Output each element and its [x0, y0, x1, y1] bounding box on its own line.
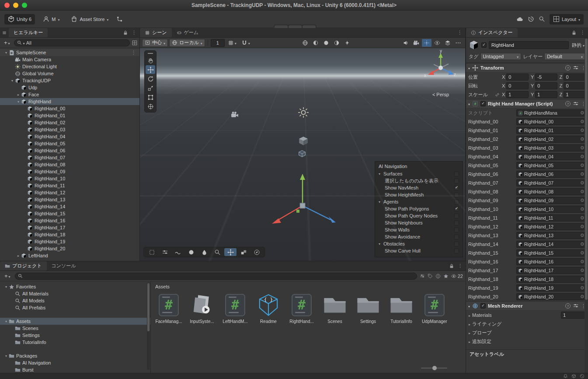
- tab-game[interactable]: ゲーム: [172, 28, 204, 37]
- property-label[interactable]: Righthand_01: [468, 128, 515, 133]
- object-field[interactable]: RightHand_07 ⊙: [516, 179, 586, 186]
- selected-object-icon[interactable]: [297, 149, 307, 159]
- scene-toolbar-button[interactable]: [321, 39, 331, 47]
- project-tree-row[interactable]: Packages: [0, 352, 150, 359]
- object-field[interactable]: RightHand_03 ⊙: [516, 144, 586, 151]
- notifications-icon[interactable]: [563, 374, 568, 379]
- overlay-handle[interactable]: [148, 53, 153, 54]
- overlay-tool-button[interactable]: [237, 248, 250, 256]
- object-field[interactable]: RightHand_12 ⊙: [516, 223, 586, 230]
- cancel-icon[interactable]: [580, 374, 585, 379]
- panel-options-icon[interactable]: [132, 30, 136, 35]
- object-picker-icon[interactable]: ⊙: [581, 268, 584, 273]
- link-scale-icon[interactable]: [495, 92, 500, 97]
- hierarchy-row[interactable]: RightHand_12: [0, 189, 139, 196]
- property-label[interactable]: Righthand_04: [468, 154, 515, 159]
- panel-options-icon[interactable]: [580, 30, 585, 35]
- grid-size-field[interactable]: 1: [211, 39, 225, 47]
- property-label[interactable]: Righthand_13: [468, 233, 515, 238]
- checkbox[interactable]: [454, 235, 459, 239]
- panel-menu-icon[interactable]: [2, 30, 7, 35]
- foldout-arrow[interactable]: [16, 93, 21, 97]
- asset-item[interactable]: InputSyste...: [188, 293, 216, 324]
- object-picker-icon[interactable]: ⊙: [581, 233, 584, 238]
- panel-options-icon[interactable]: [458, 263, 463, 269]
- project-tree-row[interactable]: All Materials: [0, 290, 150, 297]
- scene-toggle-button[interactable]: [401, 39, 411, 47]
- object-field[interactable]: RightHand_14 ⊙: [516, 241, 586, 248]
- snap-settings-dropdown[interactable]: [240, 39, 252, 47]
- object-picker-icon[interactable]: ⊙: [581, 260, 584, 264]
- hierarchy-row[interactable]: RightHand_03: [0, 126, 139, 133]
- checkbox[interactable]: [454, 200, 459, 204]
- overlay-tool-button[interactable]: [159, 248, 171, 256]
- property-label[interactable]: Righthand_06: [468, 172, 515, 177]
- asset-item[interactable]: # LeftHandM...: [222, 293, 249, 324]
- nav-row[interactable]: 選択したもののみを表示: [375, 177, 463, 184]
- hierarchy-row[interactable]: RightHand: [0, 98, 139, 105]
- property-label[interactable]: Righthand_14: [468, 242, 515, 247]
- component-enabled-checkbox[interactable]: [480, 303, 486, 309]
- checkbox[interactable]: [454, 186, 459, 190]
- y-value-field[interactable]: -5: [535, 74, 557, 81]
- hierarchy-row[interactable]: RightHand_17: [0, 224, 139, 231]
- property-label[interactable]: Righthand_09: [468, 198, 515, 203]
- object-field[interactable]: RightHand_16 ⊙: [516, 258, 586, 265]
- cloud-icon[interactable]: [517, 16, 523, 22]
- foldout-arrow[interactable]: [3, 319, 9, 323]
- hierarchy-row[interactable]: RightHand_01: [0, 112, 139, 119]
- nav-row[interactable]: Show Walls: [375, 226, 463, 233]
- object-field[interactable]: RightHand_00 ⊙: [516, 118, 586, 125]
- lock-icon[interactable]: [449, 263, 454, 269]
- project-tree-row[interactable]: AI Navigation: [0, 359, 150, 366]
- object-picker-icon[interactable]: ⊙: [581, 128, 584, 133]
- project-tree-row[interactable]: Settings: [0, 332, 150, 339]
- nav-row[interactable]: Surfaces: [375, 170, 463, 177]
- checkbox[interactable]: [454, 193, 459, 197]
- transform-header[interactable]: Transform: [466, 63, 588, 73]
- hierarchy-row[interactable]: SampleScene: [0, 49, 139, 56]
- overlay-tool-button[interactable]: [198, 248, 210, 256]
- project-search-input[interactable]: [15, 273, 417, 280]
- foldout-arrow[interactable]: [468, 101, 470, 106]
- checkbox[interactable]: [454, 228, 459, 232]
- hierarchy-row[interactable]: RightHand_11: [0, 182, 139, 189]
- hierarchy-row[interactable]: RightHand_14: [0, 203, 139, 210]
- object-picker-icon[interactable]: ⊙: [581, 154, 584, 159]
- object-picker-icon[interactable]: ⊙: [581, 190, 584, 194]
- object-field[interactable]: RightHand_13 ⊙: [516, 232, 586, 239]
- object-field[interactable]: RightHand_15 ⊙: [516, 249, 586, 256]
- property-label[interactable]: Righthand_20: [468, 294, 515, 299]
- project-tree-row[interactable]: All Models: [0, 297, 150, 304]
- scene-toggle-button[interactable]: [432, 39, 442, 47]
- asset-item[interactable]: Scenes: [321, 293, 348, 324]
- asset-labels-bar[interactable]: アセットラベル: [466, 349, 588, 359]
- help-icon[interactable]: [565, 303, 571, 309]
- property-label[interactable]: Righthand_12: [468, 224, 515, 229]
- property-label[interactable]: Righthand_11: [468, 215, 515, 221]
- nav-row[interactable]: Show Carve Hull: [375, 247, 463, 254]
- label-icon[interactable]: [428, 274, 433, 279]
- project-tree-row[interactable]: Assets: [0, 318, 150, 325]
- transform-row-label[interactable]: 位置: [468, 74, 494, 81]
- hierarchy-search-input[interactable]: All: [14, 39, 130, 46]
- object-picker-icon[interactable]: ⊙: [581, 198, 584, 203]
- tab-scene[interactable]: シーン: [140, 28, 172, 37]
- asset-item[interactable]: # RightHand...: [288, 293, 315, 324]
- component-enabled-checkbox[interactable]: [480, 101, 486, 106]
- property-label[interactable]: Righthand_18: [468, 277, 515, 282]
- property-label[interactable]: Righthand_05: [468, 163, 515, 168]
- hierarchy-row[interactable]: RightHand_02: [0, 119, 139, 126]
- nav-row[interactable]: Show Neighbours: [375, 219, 463, 226]
- foldout-arrow[interactable]: [469, 339, 470, 344]
- scene-toolbar-button[interactable]: [300, 39, 310, 47]
- hierarchy-row[interactable]: LeftHand: [0, 252, 139, 259]
- object-picker-icon[interactable]: ⊙: [581, 225, 584, 229]
- scene-toolbar-button[interactable]: [311, 39, 320, 47]
- z-value-field[interactable]: 1: [564, 91, 586, 98]
- orientation-dropdown[interactable]: ローカル: [169, 39, 205, 47]
- foldout-arrow[interactable]: [468, 65, 470, 70]
- object-field[interactable]: RightHand_11 ⊙: [516, 214, 586, 221]
- materials-count-field[interactable]: 1: [561, 312, 585, 319]
- hierarchy-row[interactable]: RightHand_13: [0, 196, 139, 203]
